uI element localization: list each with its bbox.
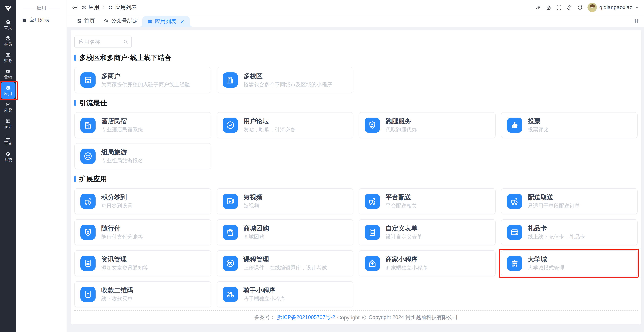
app-card-desc: 商家端独立小程序 bbox=[386, 265, 427, 270]
app-card[interactable]: 资讯管理 添加文章资讯通知等 bbox=[74, 250, 211, 276]
app-card[interactable]: 随行付 随行付支付分账等 bbox=[74, 219, 211, 245]
divider-line bbox=[23, 8, 34, 8]
app-card-info: 组局旅游 专业组局旅游报名 bbox=[101, 149, 146, 163]
app-card-title: 课程管理 bbox=[244, 256, 327, 263]
app-card[interactable]: 礼品卡 线上线下充值卡，礼品卡 bbox=[501, 219, 638, 245]
app-card-info: 配送取送 只适用于单段配送订单 bbox=[528, 194, 583, 209]
errand-icon bbox=[365, 118, 380, 133]
app-card-desc: 每日签到设置 bbox=[101, 203, 132, 209]
app-card[interactable]: 组局旅游 专业组局旅游报名 bbox=[74, 143, 211, 169]
app-card-info: 随行付 随行付支付分账等 bbox=[101, 225, 146, 240]
refresh-icon[interactable] bbox=[577, 5, 583, 10]
topbar-left: 应用 应用列表 bbox=[72, 4, 136, 11]
breadcrumb-item-apps[interactable]: 应用 bbox=[82, 4, 99, 11]
theme-icon[interactable] bbox=[567, 5, 572, 10]
collapse-sidebar-icon[interactable] bbox=[72, 5, 78, 10]
app-card[interactable]: 多商户 为商家提供完整的入驻子商户线上经验 bbox=[74, 67, 211, 93]
tab-app-list[interactable]: 应用列表 bbox=[142, 16, 190, 27]
app-card-desc: 搭建包含多个不同城市及区域的小程序 bbox=[244, 82, 332, 87]
sidebar-item-finance[interactable]: 财务 bbox=[0, 49, 16, 66]
app-card-desc: 大学城模式管理 bbox=[528, 265, 564, 270]
app-card[interactable]: 积分签到 每日签到设置 bbox=[74, 188, 211, 214]
pay-icon bbox=[80, 225, 96, 240]
app-card-info: 积分签到 每日签到设置 bbox=[101, 194, 136, 209]
qrcode-pay-icon bbox=[80, 287, 96, 302]
app-card[interactable]: 跑腿服务 代取跑腿代办 bbox=[359, 112, 496, 138]
tab-close-icon[interactable] bbox=[180, 19, 185, 24]
user-menu[interactable]: qidiangaoxiao bbox=[588, 3, 639, 12]
section-accent-bar bbox=[74, 176, 76, 182]
app-card[interactable]: 商家小程序 商家端独立小程序 bbox=[359, 250, 496, 276]
app-card-info: 课程管理 上传课件，在线编辑题库，设计考试 bbox=[244, 256, 330, 270]
app-card-title: 资讯管理 bbox=[101, 256, 148, 263]
sidebar-item-apps[interactable]: 应用 bbox=[1, 82, 16, 99]
tab-wechat-bind[interactable]: 公众号绑定 bbox=[99, 15, 142, 27]
app-card[interactable]: 商城团购 商城团购 bbox=[216, 219, 353, 245]
avatar bbox=[588, 3, 597, 12]
sidebar-item-marketing[interactable]: 营销 bbox=[0, 66, 16, 82]
page-footer: 备案号： 黔ICP备2021005707号-2 Copyright Copyri… bbox=[74, 310, 638, 324]
section-accent-bar bbox=[74, 100, 76, 106]
sidebar-item-label: 应用 bbox=[4, 92, 12, 96]
rider-icon bbox=[222, 287, 238, 302]
submenu-header: 应用 bbox=[16, 5, 67, 11]
travel-icon bbox=[80, 148, 96, 164]
app-card[interactable]: 课程管理 上传课件，在线编辑题库，设计考试 bbox=[216, 250, 353, 276]
search-box bbox=[74, 36, 132, 48]
app-card-title: 酒店民宿 bbox=[101, 118, 143, 124]
app-card[interactable]: 多校区 搭建包含多个不同城市及区域的小程序 bbox=[216, 67, 353, 93]
section-header: 引流最佳 bbox=[74, 98, 638, 107]
app-card-info: 多商户 为商家提供完整的入驻子商户线上经验 bbox=[101, 73, 193, 87]
submenu-items: 应用列表 bbox=[16, 17, 67, 23]
apps-icon bbox=[6, 85, 11, 91]
sidebar-item-home[interactable]: 首页 bbox=[0, 16, 16, 33]
breadcrumb-item-app-list[interactable]: 应用列表 bbox=[108, 4, 136, 11]
app-card[interactable]: 平台配送 平台配送相关 bbox=[359, 188, 496, 214]
search-icon[interactable] bbox=[123, 39, 128, 45]
chevron-down-icon bbox=[635, 6, 639, 10]
design-icon bbox=[6, 118, 11, 124]
app-card-info: 酒店民宿 专业酒店民宿系统 bbox=[101, 118, 146, 132]
app-card[interactable]: 收款二维码 线下收款买单 bbox=[74, 281, 211, 307]
video-icon bbox=[222, 194, 238, 209]
app-card-title: 多商户 bbox=[101, 73, 190, 79]
sidebar-item-design[interactable]: 设计 bbox=[0, 115, 16, 132]
app-card[interactable]: 配送取送 只适用于单段配送订单 bbox=[501, 188, 638, 214]
app-root: 首页 会员 财务 营销 应用 外卖 设计 平台 系统 应用 应用列表 bbox=[0, 0, 644, 332]
app-section: 扩展应用 积分签到 每日签到设置 短视频 短视频 平台配送 平台配送相关 配送取… bbox=[74, 175, 638, 307]
fullscreen-icon[interactable] bbox=[556, 5, 562, 10]
app-card[interactable]: 投票 投票评比 bbox=[501, 112, 638, 138]
app-card[interactable]: 短视频 短视频 bbox=[216, 188, 353, 214]
app-card-title: 礼品卡 bbox=[528, 225, 585, 232]
submenu-title: 应用 bbox=[37, 5, 46, 11]
sidebar-item-takeout[interactable]: 外卖 bbox=[0, 99, 16, 115]
sidebar-item-system[interactable]: 系统 bbox=[0, 148, 16, 165]
app-card-info: 骑手小程序 骑手端独立小程序 bbox=[244, 287, 288, 301]
footer-icp-link[interactable]: 黔ICP备2021005707号-2 bbox=[277, 314, 335, 321]
app-card-desc: 添加文章资讯通知等 bbox=[101, 265, 148, 270]
app-card-info: 礼品卡 线上线下充值卡，礼品卡 bbox=[528, 225, 588, 240]
sidebar-item-platform[interactable]: 平台 bbox=[0, 132, 16, 148]
app-card-info: 大学城 大学城模式管理 bbox=[528, 256, 568, 270]
app-logo[interactable] bbox=[0, 0, 16, 16]
app-sections: 多校区和多商户·线上线下结合 多商户 为商家提供完整的入驻子商户线上经验 多校区… bbox=[74, 53, 638, 307]
submenu-item-app-list[interactable]: 应用列表 bbox=[16, 17, 67, 23]
lock-icon[interactable] bbox=[546, 5, 552, 10]
app-card[interactable]: 大学城 大学城模式管理 bbox=[501, 250, 638, 276]
sidebar-item-label: 会员 bbox=[4, 42, 12, 46]
tab-options-grid-icon[interactable] bbox=[634, 19, 639, 24]
app-card-desc: 发帖，吃瓜，引流必备 bbox=[244, 127, 296, 132]
section-header: 扩展应用 bbox=[74, 175, 638, 184]
breadcrumb-label: 应用列表 bbox=[115, 4, 136, 11]
link-icon[interactable] bbox=[536, 5, 541, 10]
section-header: 多校区和多商户·线上线下结合 bbox=[74, 53, 638, 62]
app-card[interactable]: 骑手小程序 骑手端独立小程序 bbox=[216, 281, 353, 307]
app-card[interactable]: 酒店民宿 专业酒店民宿系统 bbox=[74, 112, 211, 138]
sidebar-item-member[interactable]: 会员 bbox=[0, 33, 16, 49]
tab-home[interactable]: 首页 bbox=[72, 15, 99, 27]
sidebar-item-label: 首页 bbox=[4, 26, 12, 30]
app-card[interactable]: 用户论坛 发帖，吃瓜，引流必备 bbox=[216, 112, 353, 138]
hotel-icon bbox=[80, 118, 96, 133]
app-card-title: 大学城 bbox=[528, 256, 564, 263]
app-card[interactable]: 自定义表单 设计自定义表单 bbox=[359, 219, 496, 245]
